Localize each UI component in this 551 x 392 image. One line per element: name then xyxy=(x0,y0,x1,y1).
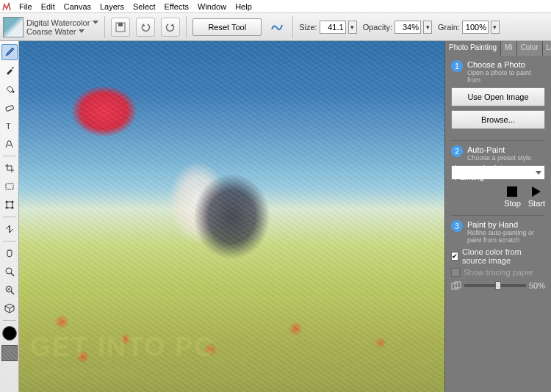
svg-rect-3 xyxy=(5,105,13,111)
reset-tool-button[interactable]: Reset Tool xyxy=(192,18,262,36)
app-logo-icon xyxy=(1,1,12,12)
step1-title: Choose a Photo xyxy=(467,60,545,69)
brush-tool[interactable] xyxy=(1,44,18,60)
crop-tool[interactable] xyxy=(1,160,18,176)
svg-line-12 xyxy=(11,273,14,276)
divine-proportion-tool[interactable] xyxy=(1,221,18,237)
grain-dropdown[interactable]: ▾ xyxy=(491,21,500,34)
tracing-opacity-value: 50% xyxy=(529,281,545,290)
start-label: Start xyxy=(528,199,545,208)
step2-subtitle: Choose a preset style xyxy=(467,154,531,161)
stop-icon xyxy=(506,186,518,197)
watermark-text: GET INTO PC xyxy=(30,332,215,363)
step-choose-photo: 1 Choose a Photo Open a photo to paint f… xyxy=(451,60,545,133)
separator xyxy=(3,241,16,242)
step2-title: Auto-Paint xyxy=(467,145,531,154)
size-input[interactable] xyxy=(320,21,346,34)
paint-bucket-tool[interactable] xyxy=(1,81,18,97)
paper-selector[interactable] xyxy=(1,345,18,361)
eraser-tool[interactable] xyxy=(1,99,18,115)
brush-category: Digital Watercolor xyxy=(26,18,90,27)
step-badge-1: 1 xyxy=(451,60,463,72)
clone-color-label: Clone color from source image xyxy=(462,247,545,265)
separator xyxy=(451,215,545,216)
clone-color-checkbox[interactable]: ✔ xyxy=(451,252,458,261)
dropper-tool[interactable] xyxy=(1,62,18,79)
grain-label: Grain: xyxy=(438,23,460,32)
menu-window[interactable]: Window xyxy=(193,1,231,12)
tab-color[interactable]: Color xyxy=(517,41,543,56)
size-label: Size: xyxy=(299,23,317,32)
preset-value: Impressionist Painting xyxy=(455,164,533,181)
svg-text:T: T xyxy=(6,122,11,131)
size-dropdown[interactable]: ▾ xyxy=(348,21,357,34)
step1-subtitle: Open a photo to paint from xyxy=(467,69,545,84)
pen-tool[interactable] xyxy=(1,136,18,152)
step3-subtitle: Refine auto-painting or paint from scrat… xyxy=(467,229,545,244)
slider-thumb[interactable] xyxy=(495,281,501,290)
svg-point-9 xyxy=(5,207,7,209)
separator xyxy=(3,156,16,156)
tab-layers[interactable]: Lay xyxy=(543,41,551,56)
menu-effects[interactable]: Effects xyxy=(160,1,193,12)
menu-select[interactable]: Select xyxy=(129,1,160,12)
selection-tool[interactable] xyxy=(1,178,18,195)
divider xyxy=(292,16,293,38)
brush-swatch-icon xyxy=(3,17,24,37)
dropdown-icon xyxy=(536,171,541,175)
menu-edit[interactable]: Edit xyxy=(37,1,60,12)
brush-selector[interactable]: Digital Watercolor Coarse Water xyxy=(3,17,98,37)
dropdown-icon xyxy=(79,29,84,33)
panel-tabs: Photo Painting Mi Color Lay xyxy=(445,41,551,56)
watermark-subtext: Download Your Desired App xyxy=(32,367,134,376)
canvas[interactable]: GET INTO PC Download Your Desired App xyxy=(19,41,444,392)
opacity-dropdown[interactable]: ▾ xyxy=(423,21,432,34)
step-badge-3: 3 xyxy=(451,220,463,232)
undo-button[interactable] xyxy=(136,18,155,37)
stop-button[interactable]: Stop xyxy=(504,186,521,208)
svg-line-14 xyxy=(11,291,14,294)
separator xyxy=(3,217,16,217)
freehand-stroke-icon[interactable] xyxy=(267,18,287,37)
svg-point-7 xyxy=(5,201,7,203)
nav-tool[interactable] xyxy=(1,300,18,316)
opacity-input[interactable] xyxy=(395,21,421,34)
redo-button[interactable] xyxy=(161,18,180,37)
use-open-image-button[interactable]: Use Open Image xyxy=(451,87,545,106)
menu-help[interactable]: Help xyxy=(231,1,256,12)
grain-input[interactable] xyxy=(462,21,489,34)
opacity-label: Opacity: xyxy=(363,23,392,32)
menu-canvas[interactable]: Canvas xyxy=(60,1,96,12)
step-auto-paint: 2 Auto-Paint Choose a preset style Impre… xyxy=(451,145,545,208)
step-paint-by-hand: 3 Paint by Hand Refine auto-painting or … xyxy=(451,220,545,290)
browse-button[interactable]: Browse... xyxy=(451,110,545,129)
grabber-tool[interactable] xyxy=(1,245,18,261)
rotate-tool[interactable] xyxy=(1,282,18,298)
tracing-paper-label: Show tracing paper xyxy=(464,268,533,277)
menu-file[interactable]: File xyxy=(15,1,37,12)
tab-photo-painting[interactable]: Photo Painting xyxy=(445,41,501,56)
toolbox: T xyxy=(0,41,19,392)
start-button[interactable]: Start xyxy=(528,186,545,208)
magnifier-tool[interactable] xyxy=(1,264,18,280)
text-tool[interactable]: T xyxy=(1,117,18,134)
save-button[interactable] xyxy=(111,18,130,37)
tab-mixer[interactable]: Mi xyxy=(501,41,517,56)
separator xyxy=(3,320,16,321)
svg-rect-5 xyxy=(6,184,13,189)
divider xyxy=(186,16,187,38)
svg-rect-1 xyxy=(118,23,123,26)
separator xyxy=(451,140,545,141)
transform-tool[interactable] xyxy=(1,197,18,213)
tracing-opacity-slider[interactable] xyxy=(464,284,526,287)
stop-label: Stop xyxy=(504,199,521,208)
svg-rect-15 xyxy=(507,186,517,197)
color-well[interactable] xyxy=(2,326,17,341)
step3-title: Paint by Hand xyxy=(467,220,545,229)
svg-rect-6 xyxy=(7,202,12,208)
preset-style-select[interactable]: Impressionist Painting xyxy=(451,165,545,180)
svg-point-10 xyxy=(11,207,13,209)
tracing-paper-checkbox[interactable] xyxy=(451,268,460,277)
svg-point-11 xyxy=(6,268,12,274)
menu-layers[interactable]: Layers xyxy=(96,1,129,12)
